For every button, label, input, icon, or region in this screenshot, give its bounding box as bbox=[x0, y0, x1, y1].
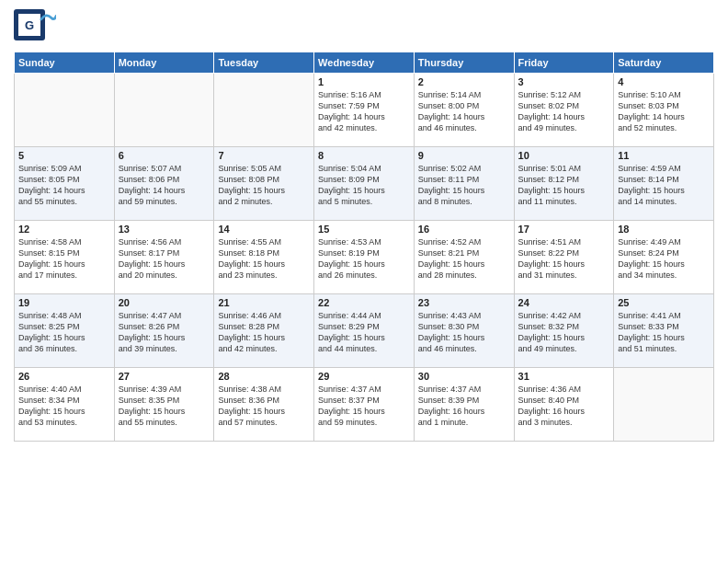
cell-4-4: 22Sunrise: 4:44 AM Sunset: 8:29 PM Dayli… bbox=[314, 294, 415, 368]
cell-3-3: 14Sunrise: 4:55 AM Sunset: 8:18 PM Dayli… bbox=[214, 221, 314, 294]
cell-2-2: 6Sunrise: 5:07 AM Sunset: 8:06 PM Daylig… bbox=[114, 147, 214, 221]
day-info: Sunrise: 4:53 AM Sunset: 8:19 PM Dayligh… bbox=[318, 236, 410, 282]
day-info: Sunrise: 4:55 AM Sunset: 8:18 PM Dayligh… bbox=[218, 236, 310, 282]
cell-5-4: 29Sunrise: 4:37 AM Sunset: 8:37 PM Dayli… bbox=[314, 368, 415, 442]
day-number: 10 bbox=[518, 150, 610, 161]
day-number: 20 bbox=[119, 297, 210, 308]
cell-2-7: 11Sunrise: 4:59 AM Sunset: 8:14 PM Dayli… bbox=[614, 147, 714, 221]
day-info: Sunrise: 4:46 AM Sunset: 8:28 PM Dayligh… bbox=[218, 310, 310, 355]
day-info: Sunrise: 4:37 AM Sunset: 8:39 PM Dayligh… bbox=[418, 384, 510, 429]
cell-3-6: 17Sunrise: 4:51 AM Sunset: 8:22 PM Dayli… bbox=[514, 221, 614, 294]
cell-1-2 bbox=[114, 74, 214, 147]
day-info: Sunrise: 4:37 AM Sunset: 8:37 PM Dayligh… bbox=[318, 384, 410, 429]
day-number: 16 bbox=[418, 224, 510, 235]
day-number: 8 bbox=[318, 150, 410, 161]
cell-5-6: 31Sunrise: 4:36 AM Sunset: 8:40 PM Dayli… bbox=[514, 368, 614, 442]
day-info: Sunrise: 5:16 AM Sunset: 7:59 PM Dayligh… bbox=[318, 89, 410, 134]
day-info: Sunrise: 5:05 AM Sunset: 8:08 PM Dayligh… bbox=[218, 163, 310, 208]
day-info: Sunrise: 4:52 AM Sunset: 8:21 PM Dayligh… bbox=[418, 236, 510, 282]
day-number: 12 bbox=[18, 224, 110, 235]
day-number: 29 bbox=[318, 371, 410, 382]
day-info: Sunrise: 5:04 AM Sunset: 8:09 PM Dayligh… bbox=[318, 163, 410, 208]
cell-5-1: 26Sunrise: 4:40 AM Sunset: 8:34 PM Dayli… bbox=[15, 368, 115, 442]
col-header-thursday: Thursday bbox=[414, 52, 514, 74]
cell-4-1: 19Sunrise: 4:48 AM Sunset: 8:25 PM Dayli… bbox=[15, 294, 115, 368]
cell-4-5: 23Sunrise: 4:43 AM Sunset: 8:30 PM Dayli… bbox=[414, 294, 514, 368]
day-number: 27 bbox=[119, 371, 210, 382]
cell-3-4: 15Sunrise: 4:53 AM Sunset: 8:19 PM Dayli… bbox=[314, 221, 415, 294]
week-row-5: 26Sunrise: 4:40 AM Sunset: 8:34 PM Dayli… bbox=[15, 368, 714, 442]
day-number: 19 bbox=[18, 297, 110, 308]
day-info: Sunrise: 4:42 AM Sunset: 8:32 PM Dayligh… bbox=[518, 310, 610, 355]
cell-3-1: 12Sunrise: 4:58 AM Sunset: 8:15 PM Dayli… bbox=[15, 221, 115, 294]
day-number: 5 bbox=[18, 150, 110, 161]
calendar-body: 1Sunrise: 5:16 AM Sunset: 7:59 PM Daylig… bbox=[15, 74, 714, 442]
day-number: 6 bbox=[119, 150, 210, 161]
col-header-sunday: Sunday bbox=[15, 52, 115, 74]
cell-5-5: 30Sunrise: 4:37 AM Sunset: 8:39 PM Dayli… bbox=[414, 368, 514, 442]
col-header-saturday: Saturday bbox=[614, 52, 714, 74]
header: G bbox=[14, 9, 714, 44]
day-number: 18 bbox=[618, 224, 710, 235]
cell-2-4: 8Sunrise: 5:04 AM Sunset: 8:09 PM Daylig… bbox=[314, 147, 415, 221]
day-number: 28 bbox=[218, 371, 310, 382]
cell-1-6: 3Sunrise: 5:12 AM Sunset: 8:02 PM Daylig… bbox=[514, 74, 614, 147]
day-number: 31 bbox=[518, 371, 610, 382]
day-number: 17 bbox=[518, 224, 610, 235]
week-row-3: 12Sunrise: 4:58 AM Sunset: 8:15 PM Dayli… bbox=[15, 221, 714, 294]
day-number: 21 bbox=[218, 297, 310, 308]
day-info: Sunrise: 4:39 AM Sunset: 8:35 PM Dayligh… bbox=[119, 384, 210, 429]
day-number: 30 bbox=[418, 371, 510, 382]
day-number: 14 bbox=[218, 224, 310, 235]
cell-3-7: 18Sunrise: 4:49 AM Sunset: 8:24 PM Dayli… bbox=[614, 221, 714, 294]
cell-5-2: 27Sunrise: 4:39 AM Sunset: 8:35 PM Dayli… bbox=[114, 368, 214, 442]
cell-5-7 bbox=[614, 368, 714, 442]
cell-2-1: 5Sunrise: 5:09 AM Sunset: 8:05 PM Daylig… bbox=[15, 147, 115, 221]
day-number: 24 bbox=[518, 297, 610, 308]
day-info: Sunrise: 4:49 AM Sunset: 8:24 PM Dayligh… bbox=[618, 236, 710, 282]
cell-4-7: 25Sunrise: 4:41 AM Sunset: 8:33 PM Dayli… bbox=[614, 294, 714, 368]
day-number: 2 bbox=[418, 76, 510, 87]
cell-1-5: 2Sunrise: 5:14 AM Sunset: 8:00 PM Daylig… bbox=[414, 74, 514, 147]
cell-2-5: 9Sunrise: 5:02 AM Sunset: 8:11 PM Daylig… bbox=[414, 147, 514, 221]
cell-1-4: 1Sunrise: 5:16 AM Sunset: 7:59 PM Daylig… bbox=[314, 74, 415, 147]
cell-4-6: 24Sunrise: 4:42 AM Sunset: 8:32 PM Dayli… bbox=[514, 294, 614, 368]
day-info: Sunrise: 4:44 AM Sunset: 8:29 PM Dayligh… bbox=[318, 310, 410, 355]
day-number: 13 bbox=[119, 224, 210, 235]
cell-1-7: 4Sunrise: 5:10 AM Sunset: 8:03 PM Daylig… bbox=[614, 74, 714, 147]
week-row-4: 19Sunrise: 4:48 AM Sunset: 8:25 PM Dayli… bbox=[15, 294, 714, 368]
cell-4-3: 21Sunrise: 4:46 AM Sunset: 8:28 PM Dayli… bbox=[214, 294, 314, 368]
day-number: 15 bbox=[318, 224, 410, 235]
logo: G bbox=[14, 9, 58, 44]
col-header-tuesday: Tuesday bbox=[214, 52, 314, 74]
col-header-wednesday: Wednesday bbox=[314, 52, 415, 74]
day-info: Sunrise: 4:51 AM Sunset: 8:22 PM Dayligh… bbox=[518, 236, 610, 282]
cell-3-2: 13Sunrise: 4:56 AM Sunset: 8:17 PM Dayli… bbox=[114, 221, 214, 294]
week-row-1: 1Sunrise: 5:16 AM Sunset: 7:59 PM Daylig… bbox=[15, 74, 714, 147]
column-headers-row: SundayMondayTuesdayWednesdayThursdayFrid… bbox=[15, 52, 714, 74]
day-number: 25 bbox=[618, 297, 710, 308]
cell-3-5: 16Sunrise: 4:52 AM Sunset: 8:21 PM Dayli… bbox=[414, 221, 514, 294]
day-number: 9 bbox=[418, 150, 510, 161]
cell-4-2: 20Sunrise: 4:47 AM Sunset: 8:26 PM Dayli… bbox=[114, 294, 214, 368]
week-row-2: 5Sunrise: 5:09 AM Sunset: 8:05 PM Daylig… bbox=[15, 147, 714, 221]
day-number: 11 bbox=[618, 150, 710, 161]
day-info: Sunrise: 4:43 AM Sunset: 8:30 PM Dayligh… bbox=[418, 310, 510, 355]
day-info: Sunrise: 4:40 AM Sunset: 8:34 PM Dayligh… bbox=[18, 384, 110, 429]
day-info: Sunrise: 4:56 AM Sunset: 8:17 PM Dayligh… bbox=[119, 236, 210, 282]
day-number: 7 bbox=[218, 150, 310, 161]
day-info: Sunrise: 4:59 AM Sunset: 8:14 PM Dayligh… bbox=[618, 163, 710, 208]
day-info: Sunrise: 5:12 AM Sunset: 8:02 PM Dayligh… bbox=[518, 89, 610, 134]
day-info: Sunrise: 5:10 AM Sunset: 8:03 PM Dayligh… bbox=[618, 89, 710, 134]
day-number: 1 bbox=[318, 76, 410, 87]
day-info: Sunrise: 4:36 AM Sunset: 8:40 PM Dayligh… bbox=[518, 384, 610, 429]
day-info: Sunrise: 4:58 AM Sunset: 8:15 PM Dayligh… bbox=[18, 236, 110, 282]
day-number: 23 bbox=[418, 297, 510, 308]
day-info: Sunrise: 4:48 AM Sunset: 8:25 PM Dayligh… bbox=[18, 310, 110, 355]
cell-1-1 bbox=[15, 74, 115, 147]
day-info: Sunrise: 5:01 AM Sunset: 8:12 PM Dayligh… bbox=[518, 163, 610, 208]
day-info: Sunrise: 4:38 AM Sunset: 8:36 PM Dayligh… bbox=[218, 384, 310, 429]
col-header-friday: Friday bbox=[514, 52, 614, 74]
day-info: Sunrise: 5:09 AM Sunset: 8:05 PM Dayligh… bbox=[18, 163, 110, 208]
calendar: SundayMondayTuesdayWednesdayThursdayFrid… bbox=[14, 52, 714, 442]
